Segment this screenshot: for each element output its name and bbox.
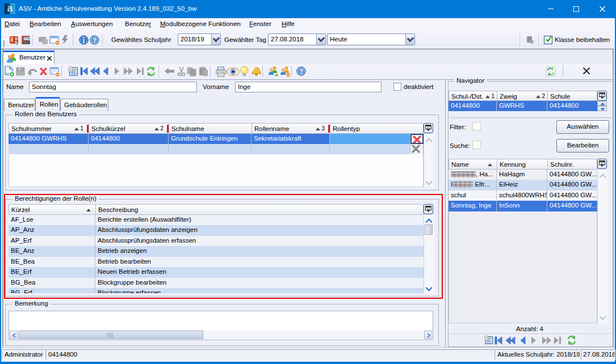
svg-text:?: ?: [93, 37, 97, 44]
svg-text:?: ?: [299, 68, 303, 75]
